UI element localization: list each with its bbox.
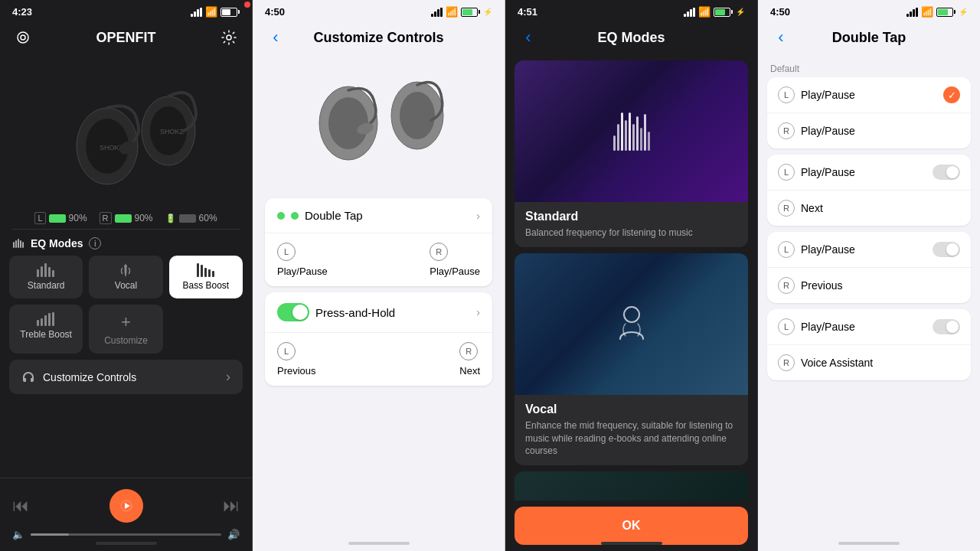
double-tap-left: L Play/Pause bbox=[277, 243, 328, 277]
eq-card-standard-footer: Standard Balanced frequency for listenin… bbox=[514, 202, 748, 247]
dt-option-3-right-row: R Previous bbox=[767, 268, 971, 303]
time-p4: 4:50 bbox=[770, 6, 790, 18]
r-badge-opt1: R bbox=[778, 122, 795, 139]
svg-rect-29 bbox=[48, 313, 51, 326]
double-tap-right: R Play/Pause bbox=[430, 243, 480, 277]
right-badge-ph: R bbox=[459, 342, 478, 360]
svg-rect-15 bbox=[37, 269, 39, 277]
nav-bar-p2: ‹ Customize Controls bbox=[253, 21, 505, 54]
status-icons-p3: 📶 ⚡ bbox=[684, 6, 745, 18]
p3-scroll: Standard Balanced frequency for listenin… bbox=[505, 54, 757, 500]
battery-status: L 90% R 90% 🔋 60% bbox=[0, 207, 252, 229]
dt-option-3[interactable]: L Play/Pause R Previous bbox=[767, 232, 971, 303]
chevron-double-tap: › bbox=[476, 210, 480, 222]
eq-vocal-icon bbox=[116, 263, 135, 277]
back-button-p3[interactable]: ‹ bbox=[518, 27, 539, 48]
prev-button[interactable]: ⏮ bbox=[12, 496, 29, 516]
dt-option-1[interactable]: L Play/Pause R Play/Pause bbox=[767, 77, 971, 148]
back-button-p2[interactable]: ‹ bbox=[265, 27, 286, 48]
svg-rect-30 bbox=[52, 312, 54, 326]
press-hold-right: R Next bbox=[459, 342, 480, 377]
time-p1: 4:23 bbox=[12, 6, 32, 18]
p2-earbuds-image bbox=[253, 54, 505, 192]
svg-rect-22 bbox=[201, 265, 203, 277]
svg-rect-23 bbox=[204, 268, 207, 277]
nav-bar-p4: ‹ Double Tap bbox=[758, 21, 980, 54]
press-hold-left: L Previous bbox=[277, 342, 316, 377]
eq-customize[interactable]: + Customize bbox=[89, 305, 162, 354]
signal-icon-p2 bbox=[431, 8, 443, 17]
r-badge-opt4: R bbox=[778, 354, 795, 371]
status-bar-p3: 4:51 📶 ⚡ bbox=[505, 0, 757, 21]
press-hold-control: Press-and-Hold › L Previous R Next bbox=[265, 292, 492, 386]
playback-controls: ⏮ ⏭ bbox=[12, 486, 240, 526]
svg-rect-18 bbox=[48, 267, 51, 277]
eq-card-standard[interactable]: Standard Balanced frequency for listenin… bbox=[514, 60, 748, 247]
battery-icon-p3 bbox=[714, 8, 733, 17]
time-p2: 4:50 bbox=[265, 6, 285, 18]
svg-rect-11 bbox=[15, 240, 17, 248]
earbuds-svg: SHOKZ SHOKZ bbox=[42, 62, 211, 200]
battery-case: 🔋 60% bbox=[165, 213, 217, 223]
toggle-opt2[interactable] bbox=[933, 165, 960, 180]
eq-standard[interactable]: Standard bbox=[9, 256, 83, 298]
svg-rect-25 bbox=[212, 271, 214, 277]
eq-card-vocal[interactable]: Vocal Enhance the mid frequency, suitabl… bbox=[514, 253, 748, 465]
back-button-p4[interactable]: ‹ bbox=[770, 27, 792, 48]
p2-scroll: Double Tap › L Play/Pause R Play/Pause bbox=[253, 192, 505, 551]
settings-icon[interactable] bbox=[218, 27, 240, 48]
chevron-right-cc: › bbox=[226, 369, 230, 385]
battery-icon-p2 bbox=[461, 8, 480, 17]
eq-section-header: EQ Modes i bbox=[0, 230, 252, 256]
eq-bass-boost[interactable]: Bass Boost bbox=[169, 256, 243, 298]
home-indicator-p3 bbox=[505, 536, 757, 551]
eq-bass-boost-icon bbox=[197, 263, 215, 277]
eq-vocal[interactable]: Vocal bbox=[89, 256, 162, 298]
play-button[interactable] bbox=[109, 489, 143, 523]
home-indicator-p1 bbox=[0, 536, 252, 551]
nav-bar-p3: ‹ EQ Modes bbox=[505, 21, 757, 54]
signal-icon-p3 bbox=[684, 8, 695, 17]
double-tap-header[interactable]: Double Tap › bbox=[265, 198, 492, 233]
l-badge-opt4: L bbox=[778, 318, 795, 335]
press-hold-toggle[interactable] bbox=[277, 303, 309, 321]
p2-title: Customize Controls bbox=[286, 30, 471, 46]
eq-card-partial bbox=[514, 471, 748, 500]
dt-option-2[interactable]: L Play/Pause R Next bbox=[767, 155, 971, 226]
svg-point-20 bbox=[124, 265, 127, 268]
earbuds-image: SHOKZ SHOKZ bbox=[0, 54, 252, 207]
chevron-press-hold: › bbox=[476, 306, 480, 318]
status-bar-p4: 4:50 📶 ⚡ bbox=[758, 0, 980, 21]
svg-rect-28 bbox=[44, 315, 47, 326]
panel-double-tap: 4:50 📶 ⚡ ‹ Double Tap Default bbox=[758, 0, 980, 551]
svg-rect-27 bbox=[41, 318, 43, 326]
status-icons-p2: 📶 ⚡ bbox=[431, 6, 492, 18]
dt-option-3-left-row: L Play/Pause bbox=[767, 232, 971, 268]
toggle-opt4[interactable] bbox=[933, 319, 960, 334]
eq-treble-boost[interactable]: Treble Boost bbox=[9, 305, 83, 354]
svg-rect-16 bbox=[41, 266, 43, 277]
customize-controls-row[interactable]: Customize Controls › bbox=[9, 360, 243, 394]
battery-right: R 90% bbox=[100, 212, 153, 224]
eq-info-icon[interactable]: i bbox=[89, 237, 101, 249]
toggle-opt3[interactable] bbox=[933, 242, 960, 257]
dt-option-4-right-row: R Voice Assistant bbox=[767, 345, 971, 380]
panel-eq-modes: 4:51 📶 ⚡ ‹ EQ Modes bbox=[505, 0, 758, 551]
press-hold-details: L Previous R Next bbox=[265, 332, 492, 386]
svg-rect-14 bbox=[22, 242, 24, 248]
dot-left-green bbox=[277, 212, 285, 220]
p2-earbuds-svg bbox=[302, 58, 456, 181]
menu-icon[interactable] bbox=[12, 27, 34, 48]
battery-icon-p1 bbox=[220, 8, 240, 17]
radio-opt1-selected[interactable] bbox=[943, 86, 960, 103]
signal-icon-p1 bbox=[191, 8, 202, 17]
r-badge-opt2: R bbox=[778, 200, 795, 217]
dt-option-4[interactable]: L Play/Pause R Voice Assistant bbox=[767, 309, 971, 380]
next-button[interactable]: ⏭ bbox=[223, 496, 240, 516]
double-tap-control: Double Tap › L Play/Pause R Play/Pause bbox=[265, 198, 492, 286]
svg-rect-19 bbox=[52, 270, 54, 277]
dt-option-1-left-row: L Play/Pause bbox=[767, 77, 971, 113]
press-hold-header[interactable]: Press-and-Hold › bbox=[265, 292, 492, 332]
double-tap-section: Default L Play/Pause R Play/Pause bbox=[758, 54, 980, 393]
eq-card-vocal-bg bbox=[514, 253, 748, 395]
